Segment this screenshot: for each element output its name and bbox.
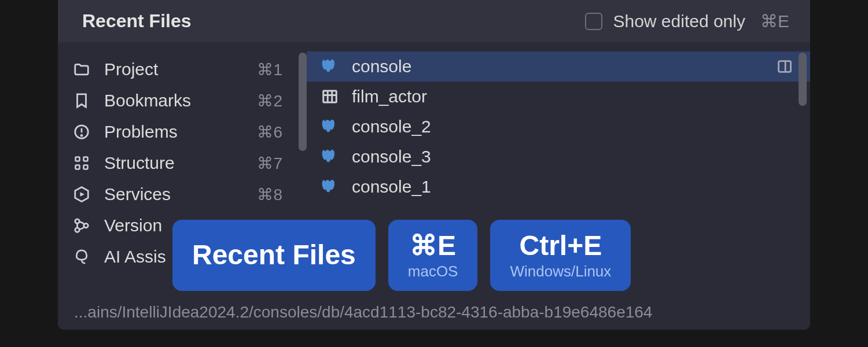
sidebar-item-services[interactable]: Services ⌘8 [58, 179, 307, 210]
sidebar-item-label: Bookmarks [104, 91, 244, 110]
tip-overlay: Recent Files ⌘E macOS Ctrl+E Windows/Lin… [172, 220, 631, 291]
tip-badge-win: Ctrl+E Windows/Linux [490, 220, 631, 291]
split-right-icon[interactable] [775, 57, 794, 76]
structure-icon [72, 153, 91, 173]
sidebar-item-project[interactable]: Project ⌘1 [58, 54, 307, 85]
svg-rect-3 [76, 157, 80, 161]
footer-path: ...ains/IntelliJIdea2024.2/consoles/db/4… [58, 297, 810, 330]
sidebar-item-problems[interactable]: Problems ⌘6 [58, 116, 307, 147]
right-scrollbar[interactable] [799, 53, 807, 106]
show-edited-only-checkbox[interactable] [585, 13, 602, 30]
postgres-icon [319, 116, 340, 137]
show-edited-only-control[interactable]: Show edited only ⌘E [585, 11, 789, 31]
sidebar-item-bookmarks[interactable]: Bookmarks ⌘2 [58, 85, 307, 116]
tip-badge-sub: macOS [408, 263, 458, 280]
file-label: console_2 [352, 117, 794, 136]
sidebar-item-structure[interactable]: Structure ⌘7 [58, 147, 307, 179]
sidebar-item-label: Problems [104, 122, 244, 142]
file-item-console-3[interactable]: console_3 [307, 142, 810, 172]
tip-badge-main: Recent Files [192, 239, 356, 271]
file-item-console-1[interactable]: console_1 [307, 172, 810, 202]
folder-icon [72, 60, 91, 79]
tip-badge-main: Ctrl+E [520, 230, 602, 261]
left-scrollbar[interactable] [299, 53, 307, 151]
tip-badge-title: Recent Files [172, 220, 376, 291]
file-item-film-actor[interactable]: film_actor [307, 82, 810, 112]
sidebar-item-label: Project [104, 60, 244, 79]
services-icon [72, 184, 91, 204]
file-item-console-2[interactable]: console_2 [307, 112, 810, 142]
svg-marker-8 [80, 192, 85, 197]
tip-badge-sub: Windows/Linux [510, 263, 611, 280]
file-label: console_3 [352, 147, 794, 167]
table-icon [319, 86, 340, 107]
problem-icon [72, 122, 91, 142]
svg-rect-6 [84, 165, 88, 169]
sidebar-item-shortcut: ⌘7 [257, 154, 282, 173]
svg-point-2 [81, 135, 82, 136]
svg-rect-5 [76, 165, 80, 169]
sidebar-item-shortcut: ⌘1 [257, 60, 282, 79]
sidebar-item-shortcut: ⌘6 [257, 123, 282, 142]
sidebar-item-label: Services [104, 184, 244, 204]
show-edited-only-shortcut: ⌘E [760, 11, 789, 31]
ai-icon [72, 247, 91, 267]
postgres-icon [319, 146, 340, 167]
popup-title: Recent Files [82, 10, 192, 32]
file-item-console[interactable]: console [307, 51, 810, 82]
svg-rect-14 [323, 91, 337, 102]
sidebar-item-shortcut: ⌘8 [257, 185, 282, 204]
vcs-icon [72, 216, 91, 235]
file-label: console [352, 57, 764, 76]
sidebar-item-label: Structure [104, 153, 244, 173]
file-label: console_1 [352, 177, 794, 197]
show-edited-only-label: Show edited only [613, 12, 745, 31]
svg-rect-4 [84, 157, 88, 161]
popup-header: Recent Files Show edited only ⌘E [58, 0, 810, 42]
postgres-icon [319, 176, 340, 197]
sidebar-item-shortcut: ⌘2 [257, 91, 282, 110]
postgres-icon [319, 56, 340, 77]
tip-badge-mac: ⌘E macOS [388, 220, 478, 291]
tip-badge-main: ⌘E [410, 229, 456, 261]
file-label: film_actor [352, 87, 794, 106]
bookmark-icon [72, 91, 91, 110]
